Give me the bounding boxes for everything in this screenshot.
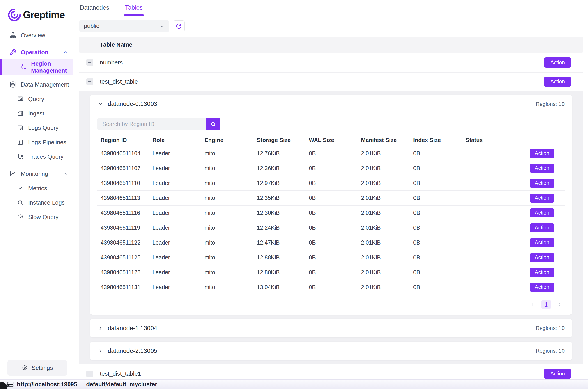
sidebar-item-region-management[interactable]: Region Management — [0, 60, 73, 75]
settings-button[interactable]: Settings — [7, 360, 67, 376]
chevron-right-icon[interactable] — [98, 325, 104, 331]
table-name[interactable]: test_dist_table1 — [100, 370, 141, 377]
refresh-button[interactable] — [173, 20, 185, 32]
action-button[interactable]: Action — [530, 164, 554, 173]
page-number[interactable]: 1 — [541, 300, 551, 309]
region-storage-size: 12.36KiB — [254, 165, 306, 171]
sidebar-item-label: Metrics — [28, 185, 47, 192]
region-wal-size: 0B — [306, 180, 358, 186]
expand-plus-icon[interactable] — [86, 59, 93, 66]
action-button[interactable]: Action — [544, 58, 571, 68]
page-next-icon[interactable] — [557, 302, 562, 307]
region-storage-size: 12.24KiB — [254, 225, 306, 231]
region-role: Leader — [149, 195, 201, 201]
region-row: 4398046511110 Leader mito 12.97KiB 0B 2.… — [98, 176, 564, 191]
sidebar-item-traces-query[interactable]: Traces Query — [0, 149, 73, 164]
datanode-header[interactable]: datanode-1:13004 Regions: 10 — [90, 319, 572, 337]
action-button[interactable]: Action — [530, 194, 554, 203]
datanode-card-2: datanode-2:13005 Regions: 10 — [90, 342, 572, 360]
schema-select[interactable]: public — [79, 20, 169, 32]
region-role: Leader — [149, 254, 201, 261]
tab-tables[interactable]: Tables — [125, 0, 143, 16]
sidebar-item-data-management[interactable]: Data Management — [0, 77, 73, 92]
datanode-label: datanode-1:13004 — [108, 325, 157, 332]
action-button[interactable]: Action — [530, 149, 554, 158]
column-manifest-size: Manifest Size — [358, 137, 410, 143]
region-id: 4398046511119 — [98, 225, 149, 231]
region-wal-size: 0B — [306, 269, 358, 276]
table-name[interactable]: numbers — [100, 59, 123, 66]
tables-table: Table Name numbers Action test_dist_tabl… — [79, 37, 583, 384]
region-engine: mito — [201, 210, 254, 216]
column-region-id: Region ID — [98, 137, 149, 143]
gear-icon — [21, 365, 28, 371]
toolbar: public — [73, 16, 588, 37]
region-row: 4398046511131 Leader mito 13.04KiB 0B 2.… — [98, 280, 564, 295]
action-button[interactable]: Action — [530, 268, 554, 277]
region-role: Leader — [149, 225, 201, 231]
collapse-minus-icon[interactable] — [86, 78, 93, 85]
sidebar-item-query[interactable]: Query — [0, 92, 73, 106]
sidebar-item-logs-query[interactable]: Logs Query — [0, 121, 73, 135]
sidebar-item-operation[interactable]: Operation — [0, 45, 73, 60]
sidebar-item-overview[interactable]: Overview — [0, 28, 73, 42]
chevron-right-icon[interactable] — [98, 348, 104, 354]
sidebar-item-metrics[interactable]: Metrics — [0, 181, 73, 195]
tab-datanodes[interactable]: Datanodes — [80, 0, 109, 16]
action-button[interactable]: Action — [530, 208, 554, 218]
regions-count: Regions: 10 — [536, 101, 564, 107]
sidebar: Greptime Overview — [0, 0, 73, 389]
sidebar-item-label: Data Management — [21, 81, 69, 88]
sidebar-item-instance-logs[interactable]: Instance Logs — [0, 195, 73, 210]
datanode-header[interactable]: datanode-2:13005 Regions: 10 — [90, 342, 572, 360]
action-button[interactable]: Action — [544, 369, 571, 379]
region-wal-size: 0B — [306, 150, 358, 157]
datanode-card-1: datanode-1:13004 Regions: 10 — [90, 319, 572, 337]
expand-plus-icon[interactable] — [86, 371, 93, 377]
action-button[interactable]: Action — [544, 77, 571, 87]
table-name[interactable]: test_dist_table — [100, 78, 138, 85]
region-wal-size: 0B — [306, 239, 358, 246]
region-engine: mito — [201, 239, 254, 246]
region-management-icon — [21, 64, 27, 70]
chevron-up-icon[interactable] — [63, 49, 68, 55]
region-manifest-size: 2.01KiB — [358, 269, 410, 276]
table-row: test_dist_table Action — [79, 73, 583, 91]
region-search-input[interactable] — [98, 118, 206, 130]
action-button[interactable]: Action — [530, 283, 554, 292]
metrics-icon — [16, 185, 24, 191]
region-wal-size: 0B — [306, 225, 358, 231]
chevron-up-icon[interactable] — [63, 171, 68, 177]
region-wal-size: 0B — [306, 254, 358, 261]
region-index-size: 0B — [410, 195, 462, 201]
search-button[interactable] — [206, 118, 220, 130]
sidebar-item-ingest[interactable]: Ingest — [0, 106, 73, 121]
chevron-up-icon[interactable] — [63, 82, 68, 87]
action-button[interactable]: Action — [530, 238, 554, 247]
region-row: 4398046511113 Leader mito 12.35KiB 0B 2.… — [98, 191, 564, 206]
action-button[interactable]: Action — [530, 223, 554, 232]
sidebar-item-label: Instance Logs — [28, 199, 65, 206]
sidebar-item-logs-pipelines[interactable]: Logs Pipelines — [0, 135, 73, 149]
sidebar-item-slow-query[interactable]: Slow Query — [0, 210, 73, 224]
sidebar-item-label: Slow Query — [28, 214, 58, 221]
logs-pipelines-icon — [16, 139, 24, 145]
sidebar-item-label: Overview — [21, 32, 45, 39]
column-role: Role — [149, 137, 201, 143]
region-manifest-size: 2.01KiB — [358, 254, 410, 261]
region-wal-size: 0B — [306, 165, 358, 171]
sidebar-item-monitoring[interactable]: Monitoring — [0, 166, 73, 181]
sidebar-item-label: Region Management — [31, 60, 73, 74]
column-engine: Engine — [201, 137, 254, 143]
chevron-down-icon[interactable] — [98, 101, 104, 107]
action-button[interactable]: Action — [530, 179, 554, 188]
action-button[interactable]: Action — [530, 253, 554, 262]
search-icon — [210, 121, 216, 127]
column-storage-size: Storage Size — [254, 137, 306, 143]
region-index-size: 0B — [410, 254, 462, 261]
datanode-header[interactable]: datanode-0:13003 Regions: 10 — [90, 95, 572, 107]
region-engine: mito — [201, 269, 254, 276]
region-storage-size: 12.30KiB — [254, 210, 306, 216]
region-storage-size: 13.04KiB — [254, 284, 306, 291]
page-prev-icon[interactable] — [530, 302, 535, 307]
